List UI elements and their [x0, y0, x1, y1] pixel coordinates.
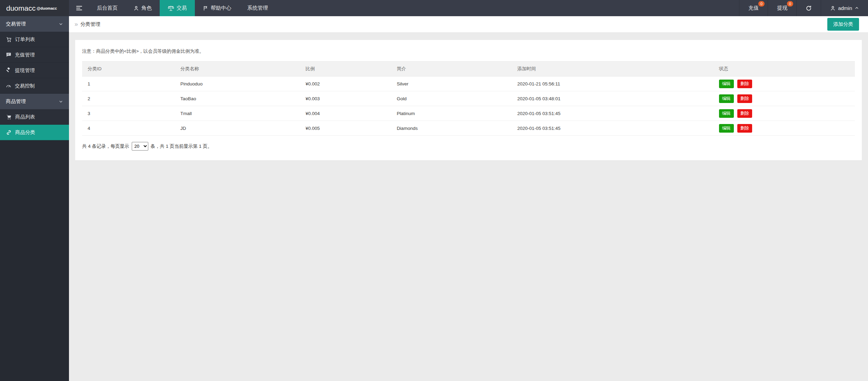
pagination-text-after: 条，共 1 页当前显示第 1 页。: [151, 143, 212, 150]
flag-icon: [203, 6, 208, 11]
sidebar-item-label: 商品列表: [15, 114, 35, 120]
header-status: 状态: [714, 62, 855, 76]
cell-id: 1: [82, 76, 175, 91]
category-card: 注意：商品分类中的<比例>，以会员等级的佣金比例为准。 分类ID 分类名称 比例…: [75, 40, 862, 160]
topnav-item-system[interactable]: 系统管理: [239, 0, 276, 16]
sidebar-group-product-management[interactable]: 商品管理: [0, 94, 69, 109]
gavel-icon: [6, 68, 11, 73]
breadcrumb-arrow-icon: »: [74, 21, 78, 28]
refresh-button[interactable]: [796, 0, 821, 16]
withdraw-button[interactable]: 提现 0: [768, 0, 796, 16]
sidebar-item-product-category[interactable]: 商品分类: [0, 125, 69, 140]
chevron-down-icon: [59, 99, 63, 104]
sidebar: 交易管理 订单列表 充值管理 提现管理 交易控制 商品管理: [0, 16, 69, 381]
user-icon: [133, 6, 139, 11]
cell-id: 4: [82, 121, 175, 136]
cell-name: Pinduoduo: [175, 76, 300, 91]
delete-button[interactable]: 删除: [737, 124, 752, 133]
topnav-roles-label: 角色: [141, 5, 152, 11]
main-content: » 分类管理 添加分类 注意：商品分类中的<比例>，以会员等级的佣金比例为准。 …: [69, 16, 868, 381]
cell-time: 2020-01-05 03:48:01: [512, 91, 714, 106]
topnav-trade-label: 交易: [177, 5, 187, 11]
delete-button[interactable]: 删除: [737, 80, 752, 88]
delete-button[interactable]: 删除: [737, 109, 752, 118]
add-category-button[interactable]: 添加分类: [827, 18, 859, 31]
table-row: 1 Pinduoduo ¥0.002 Silver 2020-01-21 05:…: [82, 76, 855, 91]
cell-name: Tmall: [175, 106, 300, 121]
sidebar-item-product-list[interactable]: 商品列表: [0, 109, 69, 125]
sidebar-item-order-list[interactable]: 订单列表: [0, 32, 69, 47]
sidebar-item-label: 商品分类: [15, 129, 35, 136]
cell-name: TaoBao: [175, 91, 300, 106]
page-title: 分类管理: [80, 21, 100, 28]
chevron-up-icon: [855, 6, 859, 10]
cell-intro: Gold: [391, 91, 512, 106]
cell-ratio: ¥0.004: [300, 106, 391, 121]
sidebar-item-recharge-management[interactable]: 充值管理: [0, 47, 69, 63]
cart-icon: [6, 114, 12, 120]
brand-name: duomacc: [6, 4, 36, 12]
topbar-right: 充值 0 提现 0 admin: [739, 0, 868, 16]
edit-button[interactable]: 编辑: [719, 94, 734, 103]
sidebar-item-trade-control[interactable]: 交易控制: [0, 78, 69, 94]
cell-actions: 编辑删除: [714, 106, 855, 121]
chevron-down-icon: [59, 22, 63, 26]
cell-id: 2: [82, 91, 175, 106]
hamburger-icon: [76, 4, 83, 12]
notice-text: 注意：商品分类中的<比例>，以会员等级的佣金比例为准。: [82, 48, 855, 54]
cell-name: JD: [175, 121, 300, 136]
pagination-bar: 共 4 条记录，每页显示 20 条，共 1 页当前显示第 1 页。: [82, 142, 855, 151]
table-row: 3 Tmall ¥0.004 Platinum 2020-01-05 03:51…: [82, 106, 855, 121]
topnav-item-trade[interactable]: 交易: [160, 0, 195, 16]
header-ratio: 比例: [300, 62, 391, 76]
cell-ratio: ¥0.002: [300, 76, 391, 91]
scales-icon: [168, 5, 174, 11]
sidebar-group-trade-management[interactable]: 交易管理: [0, 16, 69, 32]
cell-time: 2020-01-05 03:51:45: [512, 121, 714, 136]
topbar: duomacc @duomacc 后台首页 角色 交易 帮助中心: [0, 0, 868, 16]
sidebar-item-withdraw-management[interactable]: 提现管理: [0, 63, 69, 78]
sidebar-item-label: 充值管理: [15, 52, 35, 58]
recharge-label: 充值: [748, 5, 759, 11]
brand-logo: duomacc @duomacc: [0, 0, 69, 16]
recharge-badge: 0: [758, 1, 765, 7]
page-size-select[interactable]: 20: [132, 142, 148, 151]
user-name-label: admin: [838, 5, 852, 11]
cell-time: 2020-01-05 03:51:45: [512, 106, 714, 121]
sidebar-toggle-button[interactable]: [69, 0, 89, 16]
delete-button[interactable]: 删除: [737, 94, 752, 103]
brand-subname: @duomacc: [37, 6, 57, 10]
recharge-button[interactable]: 充值 0: [739, 0, 768, 16]
cell-time: 2020-01-21 05:56:11: [512, 76, 714, 91]
cell-ratio: ¥0.005: [300, 121, 391, 136]
withdraw-badge: 0: [787, 1, 793, 7]
sidebar-item-label: 交易控制: [15, 83, 35, 89]
category-table: 分类ID 分类名称 比例 简介 添加时间 状态 1 Pinduoduo ¥0.0…: [82, 61, 855, 136]
cell-actions: 编辑删除: [714, 91, 855, 106]
cell-actions: 编辑删除: [714, 121, 855, 136]
edit-button[interactable]: 编辑: [719, 109, 734, 118]
table-row: 4 JD ¥0.005 Diamonds 2020-01-05 03:51:45…: [82, 121, 855, 136]
table-row: 2 TaoBao ¥0.003 Gold 2020-01-05 03:48:01…: [82, 91, 855, 106]
comment-icon: [6, 52, 11, 58]
topnav-item-home[interactable]: 后台首页: [89, 0, 126, 16]
cell-actions: 编辑删除: [714, 76, 855, 91]
topnav-item-roles[interactable]: 角色: [126, 0, 160, 16]
cart-icon: [6, 37, 12, 42]
cell-ratio: ¥0.003: [300, 91, 391, 106]
top-navigation: 后台首页 角色 交易 帮助中心 系统管理: [89, 0, 276, 16]
cell-intro: Silver: [391, 76, 512, 91]
user-menu[interactable]: admin: [821, 0, 868, 16]
sidebar-group-label: 商品管理: [6, 98, 26, 105]
withdraw-label: 提现: [777, 5, 787, 11]
edit-button[interactable]: 编辑: [719, 80, 734, 88]
pagination-text-before: 共 4 条记录，每页显示: [82, 143, 129, 150]
topnav-item-help-center[interactable]: 帮助中心: [195, 0, 239, 16]
refresh-icon: [806, 5, 812, 11]
table-header-row: 分类ID 分类名称 比例 简介 添加时间 状态: [82, 62, 855, 76]
link-icon: [6, 130, 12, 135]
edit-button[interactable]: 编辑: [719, 124, 734, 133]
header-add-time: 添加时间: [512, 62, 714, 76]
user-icon: [830, 6, 836, 11]
cell-intro: Diamonds: [391, 121, 512, 136]
